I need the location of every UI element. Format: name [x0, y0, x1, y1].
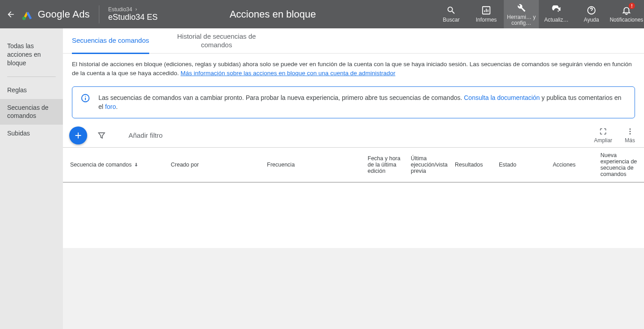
- col-frequency[interactable]: Frecuencia: [263, 148, 364, 182]
- toolbar: Añadir filtro Ampliar Más: [63, 124, 644, 147]
- svg-point-0: [22, 16, 26, 20]
- col-created-by[interactable]: Creado por: [167, 148, 263, 182]
- header-refresh[interactable]: Actualiz…: [539, 0, 574, 28]
- more-button[interactable]: Más: [625, 127, 635, 144]
- sidebar: Todas las acciones en bloque Reglas Secu…: [0, 28, 63, 329]
- header-reports[interactable]: Informes: [469, 0, 504, 28]
- sidebar-item-uploads[interactable]: Subidas: [0, 125, 63, 142]
- col-new-experience[interactable]: Nueva experiencia de secuencia de comand…: [597, 148, 644, 182]
- back-button[interactable]: [0, 10, 22, 19]
- more-vert-icon: [626, 127, 634, 135]
- plus-icon: [73, 131, 83, 140]
- svg-point-7: [629, 131, 631, 132]
- sidebar-divider: [7, 77, 56, 77]
- header-notifications[interactable]: ! Notificaciones: [609, 0, 644, 28]
- chevron-right-icon: [134, 7, 138, 12]
- table-header: Secuencia de comandos Creado por Frecuen…: [63, 148, 644, 183]
- empty-table-body: [63, 183, 644, 248]
- col-last-run[interactable]: Última ejecución/vista previa: [407, 148, 451, 182]
- svg-point-5: [85, 96, 86, 97]
- arrow-down-icon: [133, 162, 139, 167]
- add-filter-label[interactable]: Añadir filtro: [129, 131, 163, 139]
- col-script[interactable]: Secuencia de comandos: [63, 148, 167, 182]
- google-ads-logo-icon: [22, 9, 33, 20]
- notification-badge: !: [629, 3, 635, 9]
- refresh-icon: [551, 5, 561, 15]
- col-last-edit[interactable]: Fecha y hora de la última edición: [364, 148, 407, 182]
- notice: El historial de acciones en bloque (edic…: [63, 54, 644, 81]
- col-status[interactable]: Estado: [495, 148, 549, 182]
- bar-chart-icon: [481, 5, 491, 15]
- table: Secuencia de comandos Creado por Frecuen…: [63, 147, 644, 183]
- tabs: Secuencias de comandos Historial de secu…: [63, 28, 644, 54]
- page-title: Acciones en bloque: [230, 9, 316, 20]
- banner-doc-link[interactable]: Consulta la documentación: [464, 94, 540, 101]
- wrench-icon: [516, 3, 526, 13]
- header-search[interactable]: Buscar: [434, 0, 469, 28]
- sidebar-item-all-bulk[interactable]: Todas las acciones en bloque: [0, 37, 63, 72]
- brand-text: Google Ads: [38, 9, 90, 20]
- account-breadcrumb[interactable]: Estudio34 eStudio34 ES: [99, 5, 167, 23]
- svg-point-6: [629, 128, 631, 130]
- header-tools[interactable]: Herrami… y config…: [504, 0, 539, 28]
- account-name: eStudio34 ES: [108, 13, 158, 22]
- bottom-spacer: [63, 248, 644, 329]
- info-banner: Las secuencias de comandos van a cambiar…: [72, 86, 635, 118]
- arrow-left-icon: [6, 10, 15, 19]
- help-icon: [586, 5, 596, 15]
- notice-link[interactable]: Más información sobre las acciones en bl…: [181, 70, 395, 77]
- expand-button[interactable]: Ampliar: [594, 127, 613, 144]
- col-actions[interactable]: Acciones: [549, 148, 597, 182]
- info-icon: [80, 93, 90, 103]
- sidebar-item-scripts[interactable]: Secuencias de comandos: [0, 99, 63, 125]
- add-button[interactable]: [69, 126, 87, 144]
- banner-forum-link[interactable]: foro: [105, 103, 116, 110]
- col-results[interactable]: Resultados: [451, 148, 495, 182]
- app-header: Google Ads Estudio34 eStudio34 ES Accion…: [0, 0, 644, 28]
- search-icon: [446, 5, 456, 15]
- header-help[interactable]: Ayuda: [574, 0, 609, 28]
- tab-scripts[interactable]: Secuencias de comandos: [72, 28, 149, 54]
- brand: Google Ads: [22, 5, 99, 23]
- sidebar-item-rules[interactable]: Reglas: [0, 81, 63, 99]
- expand-icon: [599, 127, 607, 135]
- account-parent: Estudio34: [108, 6, 132, 13]
- filter-icon[interactable]: [97, 131, 106, 140]
- svg-point-8: [629, 133, 631, 134]
- tab-script-history[interactable]: Historial de secuencias de comandos: [172, 28, 262, 54]
